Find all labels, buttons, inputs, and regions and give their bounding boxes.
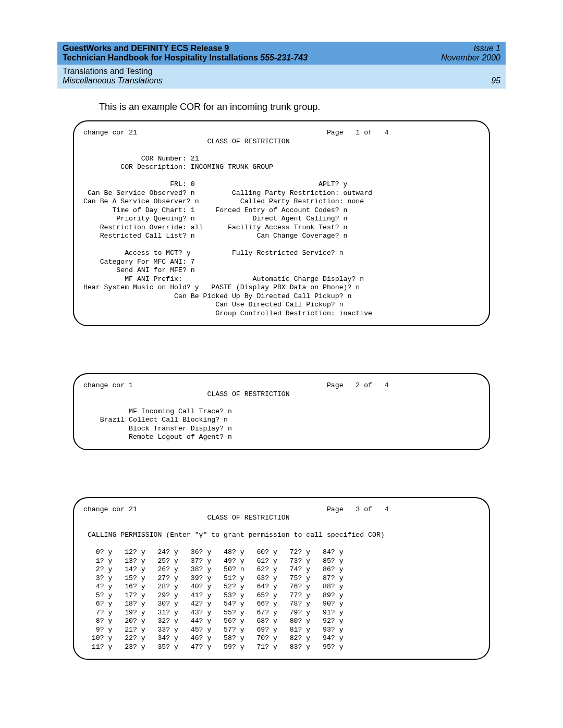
chapter-title: Translations and Testing bbox=[63, 67, 500, 76]
title-line2: Technician Handbook for Hospitality Inst… bbox=[63, 53, 308, 63]
page-number: 95 bbox=[491, 76, 500, 85]
header-dark-band: GuestWorks and DEFINITY ECS Release 9 Te… bbox=[57, 42, 506, 65]
document-page: GuestWorks and DEFINITY ECS Release 9 Te… bbox=[0, 0, 563, 717]
page-header: GuestWorks and DEFINITY ECS Release 9 Te… bbox=[57, 42, 506, 89]
issue: Issue 1 bbox=[441, 44, 500, 53]
header-left: GuestWorks and DEFINITY ECS Release 9 Te… bbox=[63, 44, 308, 63]
terminal-screen-1: change cor 21 Page 1 of 4 CLASS OF RESTR… bbox=[73, 120, 490, 326]
title-line1: GuestWorks and DEFINITY ECS Release 9 bbox=[63, 44, 308, 53]
terminal-screen-3: change cor 21 Page 3 of 4 CLASS OF RESTR… bbox=[73, 497, 490, 660]
screen3-content: change cor 21 Page 3 of 4 CLASS OF RESTR… bbox=[83, 505, 389, 651]
terminal-screen-2: change cor 1 Page 2 of 4 CLASS OF RESTRI… bbox=[73, 373, 490, 450]
header-right: Issue 1 November 2000 bbox=[441, 44, 500, 63]
header-date: November 2000 bbox=[441, 53, 500, 63]
header-light-band: Translations and Testing Miscellaneous T… bbox=[57, 65, 506, 89]
intro-text: This is an example COR for an incoming t… bbox=[99, 102, 506, 113]
section-title: Miscellaneous Translations bbox=[63, 76, 163, 85]
screen2-content: change cor 1 Page 2 of 4 CLASS OF RESTRI… bbox=[83, 381, 389, 441]
screen1-content: change cor 21 Page 1 of 4 CLASS OF RESTR… bbox=[83, 129, 389, 317]
